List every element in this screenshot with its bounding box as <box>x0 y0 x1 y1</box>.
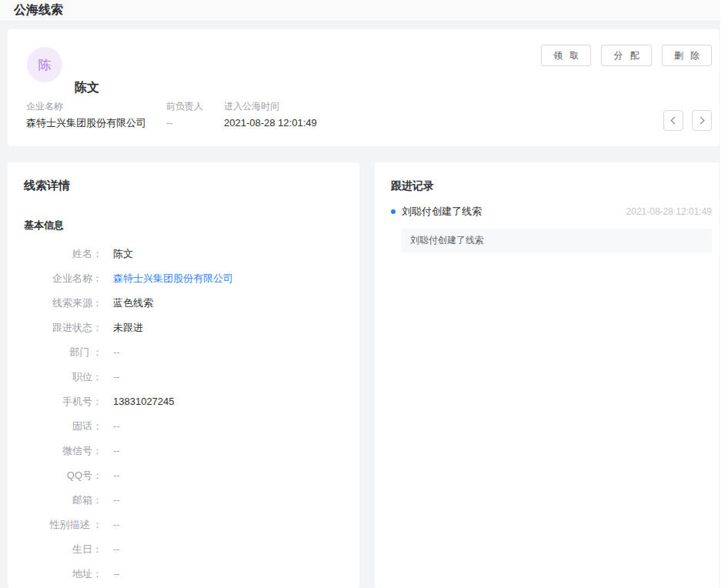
row-company-label: 企业名称： <box>24 270 102 286</box>
assign-button[interactable]: 分 配 <box>601 45 651 66</box>
row-followup-status: 跟进状态： 未跟进 <box>24 319 344 336</box>
row-landline-label: 固话： <box>24 418 102 434</box>
pool-entry-time-value: 2021-08-28 12:01:49 <box>224 116 317 130</box>
row-wechat: 微信号： -- <box>24 443 344 459</box>
company-value: 森特士兴集团股份有限公司 <box>26 116 166 130</box>
row-wechat-value: -- <box>113 443 120 459</box>
row-name-value: 陈文 <box>113 246 133 262</box>
claim-button[interactable]: 领 取 <box>541 45 591 66</box>
row-address-label: 地址： <box>24 566 102 582</box>
delete-button[interactable]: 删 除 <box>662 45 712 66</box>
row-position-value: -- <box>113 369 120 385</box>
followup-record-panel: 跟进记录 刘聪付创建了线索 2021-08-28 12:01:49 刘聪付创建了… <box>375 162 720 588</box>
record-title: 刘聪付创建了线索 <box>402 205 482 219</box>
row-department: 部门 ： -- <box>24 344 344 360</box>
basic-info-section-title: 基本信息 <box>24 219 344 232</box>
previous-owner-label: 前负责人 <box>166 101 224 112</box>
record-timestamp: 2021-08-28 12:01:49 <box>626 206 712 217</box>
row-qq-value: -- <box>113 467 120 483</box>
row-followup-status-label: 跟进状态： <box>24 319 102 336</box>
lead-meta-fields: 企业名称 森特士兴集团股份有限公司 前负责人 -- 进入公海时间 2021-08… <box>26 101 317 130</box>
page-title: 公海线索 <box>14 2 63 18</box>
row-lead-source-label: 线索来源： <box>24 295 102 311</box>
row-mobile: 手机号： 13831027245 <box>24 393 344 409</box>
company-label: 企业名称 <box>26 101 166 112</box>
row-qq-label: QQ号： <box>24 467 102 483</box>
row-lead-source: 线索来源： 蓝色线索 <box>24 295 344 311</box>
company-field: 企业名称 森特士兴集团股份有限公司 <box>26 101 166 130</box>
row-department-label: 部门 ： <box>24 344 102 360</box>
previous-owner-field: 前负责人 -- <box>166 101 224 130</box>
avatar-initial: 陈 <box>38 56 52 74</box>
followup-record-item: 刘聪付创建了线索 2021-08-28 12:01:49 刘聪付创建了线索 <box>391 205 712 252</box>
row-position: 职位： -- <box>24 369 344 385</box>
row-landline-value: -- <box>113 418 120 434</box>
row-department-value: -- <box>113 344 120 360</box>
card-actions: 领 取 分 配 删 除 <box>541 45 712 66</box>
row-lead-source-value: 蓝色线索 <box>113 295 153 311</box>
row-qq: QQ号： -- <box>24 467 344 483</box>
record-content: 刘聪付创建了线索 <box>401 229 712 252</box>
row-mobile-label: 手机号： <box>24 393 102 409</box>
row-company: 企业名称： 森特士兴集团股份有限公司 <box>24 270 344 286</box>
basic-info-rows: 姓名： 陈文 企业名称： 森特士兴集团股份有限公司 线索来源： 蓝色线索 跟进状… <box>24 246 344 588</box>
previous-owner-value: -- <box>166 116 224 130</box>
row-gender-value: -- <box>113 516 120 533</box>
lead-summary-card: 陈 陈文 领 取 分 配 删 除 企业名称 森特士兴集团股份有限公司 前负责人 … <box>8 29 720 146</box>
row-birthday-value: -- <box>113 541 120 557</box>
lead-detail-title: 线索详情 <box>24 179 344 192</box>
row-followup-status-value: 未跟进 <box>113 319 143 336</box>
vertical-scrollbar[interactable] <box>720 0 728 588</box>
pool-entry-time-field: 进入公海时间 2021-08-28 12:01:49 <box>224 101 317 130</box>
record-pager <box>663 110 712 131</box>
row-email-label: 邮箱： <box>24 492 102 508</box>
row-email-value: -- <box>113 492 120 508</box>
row-email: 邮箱： -- <box>24 492 344 508</box>
row-birthday: 生日： -- <box>24 541 344 557</box>
next-record-button[interactable] <box>692 110 712 131</box>
avatar: 陈 <box>27 47 62 82</box>
pool-entry-time-label: 进入公海时间 <box>224 101 317 112</box>
company-link[interactable]: 森特士兴集团股份有限公司 <box>113 270 233 286</box>
prev-record-button[interactable] <box>663 110 683 131</box>
row-gender-label: 性别描述 ： <box>24 516 102 533</box>
row-birthday-label: 生日： <box>24 541 102 557</box>
row-landline: 固话： -- <box>24 418 344 434</box>
followup-record-title: 跟进记录 <box>391 179 712 192</box>
chevron-right-icon <box>697 117 705 125</box>
record-head: 刘聪付创建了线索 2021-08-28 12:01:49 <box>391 205 712 219</box>
row-name-label: 姓名： <box>24 246 102 262</box>
row-address: 地址： -- <box>24 566 344 582</box>
record-bullet-icon <box>391 209 396 214</box>
lead-name: 陈文 <box>75 80 99 96</box>
page-header: 公海线索 <box>0 0 728 22</box>
lead-detail-panel: 线索详情 基本信息 姓名： 陈文 企业名称： 森特士兴集团股份有限公司 线索来源… <box>8 162 359 588</box>
row-name: 姓名： 陈文 <box>24 246 344 262</box>
chevron-left-icon <box>671 117 679 125</box>
row-position-label: 职位： <box>24 369 102 385</box>
row-gender: 性别描述 ： -- <box>24 516 344 533</box>
row-address-value: -- <box>113 566 120 582</box>
content-panels: 线索详情 基本信息 姓名： 陈文 企业名称： 森特士兴集团股份有限公司 线索来源… <box>8 162 720 588</box>
row-mobile-value: 13831027245 <box>113 393 175 409</box>
row-wechat-label: 微信号： <box>24 443 102 459</box>
